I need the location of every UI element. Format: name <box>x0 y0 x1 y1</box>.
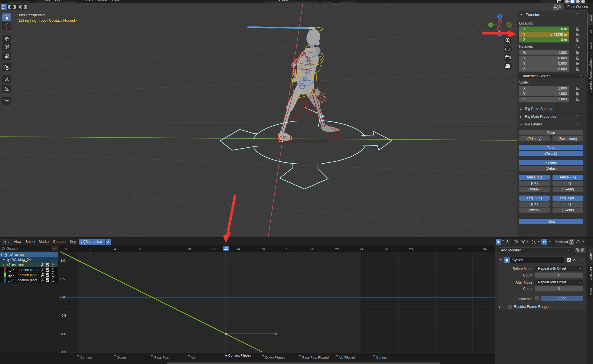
svg-text:30: 30 <box>434 247 437 251</box>
svg-text:Up Flipped: Up Flipped <box>339 356 355 359</box>
svg-text:Down: Down <box>117 356 126 359</box>
svg-text:14: 14 <box>237 247 240 251</box>
svg-text:28: 28 <box>409 247 413 251</box>
svg-text:20: 20 <box>310 247 314 251</box>
svg-text:Pass Pos. Flipped: Pass Pos. Flipped <box>302 356 329 359</box>
svg-text:34: 34 <box>483 247 487 251</box>
svg-text:32: 32 <box>458 247 462 251</box>
svg-text:26: 26 <box>384 247 388 251</box>
svg-text:13: 13 <box>224 247 228 250</box>
svg-text:0: 0 <box>65 247 67 251</box>
svg-text:16: 16 <box>261 247 265 251</box>
svg-text:Contact: Contact <box>80 356 92 359</box>
svg-text:-0.5: -0.5 <box>60 314 66 317</box>
svg-text:Y: Y <box>490 24 492 27</box>
svg-text:8: 8 <box>163 247 165 251</box>
svg-text:X: X <box>499 20 501 23</box>
svg-text:-1.0: -1.0 <box>60 332 66 336</box>
svg-text:24: 24 <box>360 247 363 251</box>
svg-text:Down Flipped: Down Flipped <box>265 356 285 359</box>
svg-text:10: 10 <box>187 247 191 251</box>
svg-text:12: 12 <box>212 247 216 251</box>
svg-text:18: 18 <box>286 247 290 251</box>
svg-text:Contact: Contact <box>376 356 388 359</box>
svg-text:Pass Pos.: Pass Pos. <box>154 356 169 359</box>
svg-text:Contact Flipped: Contact Flipped <box>228 354 251 357</box>
svg-text:22: 22 <box>335 247 339 251</box>
svg-text:0.0: 0.0 <box>60 296 65 299</box>
svg-text:Up: Up <box>191 356 196 359</box>
svg-text:1.0: 1.0 <box>60 259 65 262</box>
svg-text:6: 6 <box>139 247 141 251</box>
svg-text:Z: Z <box>499 15 501 18</box>
svg-text:2: 2 <box>90 247 91 251</box>
svg-text:4: 4 <box>114 247 116 251</box>
svg-text:0.5: 0.5 <box>60 277 65 281</box>
